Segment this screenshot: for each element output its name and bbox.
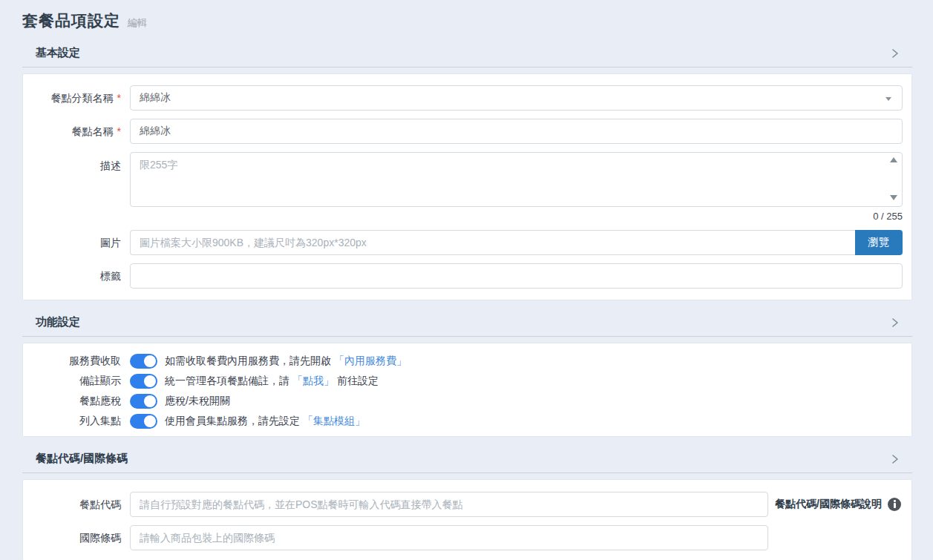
codes-help: 餐點代碼/國際條碼說明 [768, 498, 903, 511]
tags-row: 標籤 [23, 263, 903, 289]
required-asterisk: * [117, 125, 121, 137]
barcode-label: 國際條碼 [23, 525, 121, 550]
feature-row-notes: 備註顯示 統一管理各項餐點備註，請「點我」前往設定 [23, 371, 903, 391]
feature-row-tax: 餐點應稅 應稅/未稅開關 [23, 391, 903, 411]
page-header: 套餐品項設定 編輯 [22, 10, 912, 31]
feature-row-service-fee: 服務費收取 如需收取餐費內用服務費，請先開啟「內用服務費」 [23, 351, 903, 371]
info-icon[interactable] [888, 498, 901, 511]
browse-button[interactable]: 瀏覽 [855, 230, 903, 255]
meal-code-label: 餐點代碼 [23, 492, 121, 517]
features-card: 服務費收取 如需收取餐費內用服務費，請先開啟「內用服務費」 備註顯示 統一管理各… [22, 343, 912, 437]
description-label: 描述 [23, 152, 121, 173]
category-row: 餐點分類名稱* 綿綿冰 [23, 85, 903, 111]
description-textarea[interactable] [130, 152, 903, 207]
section-title-basic: 基本設定 [36, 46, 80, 60]
toggle-knob [144, 415, 156, 427]
feature-label: 服務費收取 [23, 355, 121, 368]
service-fee-toggle[interactable] [130, 354, 157, 369]
inline-link[interactable]: 「內用服務費」 [334, 355, 407, 368]
toggle-knob [144, 355, 156, 367]
category-select[interactable]: 綿綿冰 [130, 85, 903, 111]
category-select-value: 綿綿冰 [140, 91, 171, 105]
points-toggle[interactable] [130, 414, 157, 429]
page-subtitle: 編輯 [128, 16, 147, 30]
image-label: 圖片 [23, 230, 121, 255]
feature-text: 應稅/未稅開關 [165, 395, 230, 408]
barcode-input[interactable] [130, 525, 768, 550]
meal-code-row: 餐點代碼 餐點代碼/國際條碼說明 [23, 492, 903, 517]
section-codes: 餐點代碼/國際條碼 餐點代碼 餐點代碼/國際條碼說明 國際條碼 [22, 452, 912, 560]
chevron-right-icon [890, 48, 900, 59]
char-counter: 0 / 255 [130, 211, 903, 222]
inline-link[interactable]: 「集點模組」 [303, 415, 365, 428]
required-asterisk: * [117, 92, 121, 104]
feature-label: 備註顯示 [23, 375, 121, 388]
basic-card: 餐點分類名稱* 綿綿冰 餐點名稱* 描述 [22, 73, 912, 300]
chevron-down-icon [885, 97, 891, 101]
chevron-right-icon [890, 317, 900, 328]
feature-text: 使用會員集點服務，請先設定「集點模組」 [165, 415, 368, 428]
section-title-codes: 餐點代碼/國際條碼 [36, 452, 128, 466]
section-header-features[interactable]: 功能設定 [22, 315, 912, 337]
image-row: 圖片 瀏覽 [23, 230, 903, 255]
feature-row-points: 列入集點 使用會員集點服務，請先設定「集點模組」 [23, 411, 903, 431]
chevron-right-icon [890, 454, 900, 464]
image-input[interactable] [130, 230, 855, 255]
page: 套餐品項設定 編輯 基本設定 餐點分類名稱* 綿綿冰 餐點名稱* [0, 0, 933, 560]
feature-text: 如需收取餐費內用服務費，請先開啟「內用服務費」 [165, 355, 410, 368]
tags-label: 標籤 [23, 263, 121, 289]
page-title: 套餐品項設定 [22, 10, 120, 31]
codes-card: 餐點代碼 餐點代碼/國際條碼說明 國際條碼 [22, 479, 912, 560]
section-basic: 基本設定 餐點分類名稱* 綿綿冰 餐點名稱* [22, 46, 912, 300]
section-header-basic[interactable]: 基本設定 [22, 46, 912, 67]
tags-input[interactable] [130, 263, 903, 289]
name-input[interactable] [130, 119, 903, 144]
barcode-row: 國際條碼 [23, 525, 903, 550]
name-label: 餐點名稱* [23, 119, 121, 144]
toggle-knob [144, 375, 156, 387]
notes-toggle[interactable] [130, 374, 157, 389]
category-label: 餐點分類名稱* [23, 85, 121, 111]
feature-label: 列入集點 [23, 415, 121, 428]
meal-code-input[interactable] [130, 492, 768, 517]
feature-text: 統一管理各項餐點備註，請「點我」前往設定 [165, 375, 379, 388]
section-header-codes[interactable]: 餐點代碼/國際條碼 [22, 452, 912, 473]
scroll-down-icon[interactable] [890, 195, 897, 200]
codes-help-label: 餐點代碼/國際條碼說明 [775, 498, 882, 511]
section-title-features: 功能設定 [36, 315, 80, 329]
tax-toggle[interactable] [130, 394, 157, 409]
inline-link[interactable]: 「點我」 [292, 375, 334, 388]
feature-label: 餐點應稅 [23, 395, 121, 408]
name-row: 餐點名稱* [23, 119, 903, 144]
scroll-up-icon[interactable] [890, 157, 897, 162]
section-features: 功能設定 服務費收取 如需收取餐費內用服務費，請先開啟「內用服務費」 備註顯示 … [22, 315, 912, 437]
description-row: 描述 0 / 255 [23, 152, 903, 222]
toggle-knob [144, 395, 156, 407]
